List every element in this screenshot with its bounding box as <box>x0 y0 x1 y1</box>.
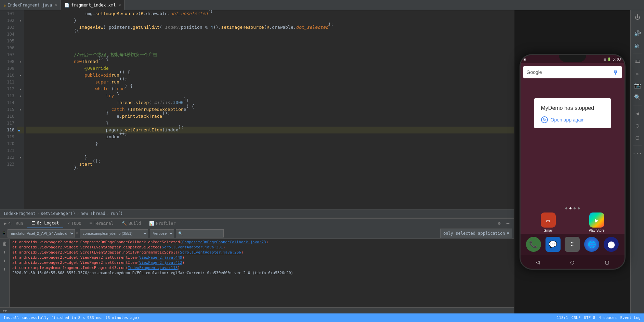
process-select[interactable]: com.example.mydemo (3551) <box>80 229 148 237</box>
zoom-btn[interactable]: 🔍 <box>632 92 643 102</box>
tab-logcat[interactable]: ☰ 6: Logcat <box>27 219 63 228</box>
fold-icon-108[interactable]: ▾ <box>19 59 22 64</box>
fold-icon-122[interactable]: ▾ <box>19 155 22 160</box>
tab-java-close[interactable]: ✕ <box>55 3 57 7</box>
code-line-109: @Override <box>26 65 514 72</box>
code-line-111: super.run(); <box>26 79 514 86</box>
fold-icon-110[interactable]: ▾ <box>19 73 22 78</box>
log-line-6: at com.example.mydemo.fragment.IndexFrag… <box>10 265 514 270</box>
phone-mockup: ▣ ▥ 🔋 5:03 Google 🎙 MyDemo has <box>520 54 626 270</box>
main-content: 101 102 103 104 105 106 107 108 109 110 … <box>0 10 644 313</box>
crash-title: MyDemo has stopped <box>541 105 604 111</box>
volume-up-btn[interactable]: 🔊 <box>632 28 643 38</box>
breadcrumb-item-2[interactable]: setViewPager() <box>41 211 75 216</box>
dot-3 <box>574 207 576 209</box>
power-btn[interactable]: ⏻ <box>632 12 643 22</box>
device-select[interactable]: Emulator Pixel_2_API_24 Android <box>8 229 75 237</box>
tab-build[interactable]: 🔨 Build <box>118 219 145 228</box>
dock-apps[interactable]: ⠿ <box>563 237 582 252</box>
breadcrumb: IndexFragment › setViewPager() › new Thr… <box>0 209 514 218</box>
phone-search-bar[interactable]: Google 🎙 <box>523 66 622 78</box>
gmail-label: Gmail <box>543 229 552 232</box>
breadcrumb-item-4[interactable]: run() <box>110 211 123 216</box>
line-ending: CRLF <box>571 315 581 320</box>
playstore-app[interactable]: ▶ Play Store <box>587 212 606 232</box>
breadcrumb-item-1[interactable]: IndexFragment <box>3 211 36 216</box>
tab-xml-close[interactable]: ✕ <box>119 3 121 7</box>
tab-run[interactable]: ▶ 4: Run <box>0 219 27 228</box>
app-filter-select[interactable]: only selected application ▼ <box>440 229 512 238</box>
open-app-again-btn[interactable]: ↻ Open app again <box>541 116 604 123</box>
toolbar-separator-2 <box>633 53 642 53</box>
edit-btn[interactable]: ✏ <box>632 68 643 78</box>
code-line-101: img.setImageResource(R.drawable.dot_unse… <box>26 10 514 17</box>
fold-icon-113[interactable]: ▾ <box>19 93 22 99</box>
volume-down-btn[interactable]: 🔉 <box>632 40 643 50</box>
code-line-102: } <box>26 17 514 24</box>
logcat-minimize-btn[interactable]: − <box>504 220 511 227</box>
code-content[interactable]: img.setImageResource(R.drawable.dot_unse… <box>24 10 514 209</box>
java-icon: ☕ <box>3 3 6 8</box>
device-icon: 📱 <box>2 231 6 235</box>
code-editor[interactable]: 101 102 103 104 105 106 107 108 109 110 … <box>0 10 514 209</box>
tag-btn[interactable]: 🏷 <box>632 56 643 66</box>
tab-todo[interactable]: ✓ TODO <box>63 219 86 228</box>
app-tabs: ▶ 4: Run ☰ 6: Logcat ✓ TODO ⌨ Terminal 🔨 <box>0 218 514 228</box>
event-log-link[interactable]: Event Log <box>620 315 641 320</box>
phone-sim-icon: ▣ <box>524 57 526 61</box>
dock-chrome[interactable]: 🌐 <box>582 237 601 252</box>
breadcrumb-item-3[interactable]: new Thread <box>81 211 105 216</box>
code-line-104 <box>26 31 514 38</box>
square-btn[interactable]: ▢ <box>632 132 643 142</box>
up-btn[interactable]: ⬆ <box>1 257 9 265</box>
fold-icon-102[interactable]: ▾ <box>19 18 22 23</box>
tab-profiler[interactable]: 📊 Profiler <box>145 219 180 228</box>
terminal-icon: ⌨ <box>90 221 92 226</box>
tab-java-label: IndexFragment.java <box>8 3 52 8</box>
tab-java[interactable]: ☕ IndexFragment.java ✕ <box>0 0 61 10</box>
logcat-toolbar: 📱 Emulator Pixel_2_API_24 Android ▼ com.… <box>0 228 514 239</box>
log-line-5: at androidx.viewpager2.widget.ViewPager2… <box>10 260 514 265</box>
home-btn[interactable]: ○ <box>632 120 643 130</box>
scroll-to-end-btn[interactable]: ⬇ <box>1 248 9 256</box>
back-btn[interactable]: ◀ <box>632 108 643 118</box>
todo-icon: ✓ <box>67 221 70 226</box>
bottom-status-bar: Install successfully finished in 8 s 933… <box>0 313 644 322</box>
battery-icon: 🔋 <box>607 57 611 61</box>
apps-grid-icon: ⠿ <box>565 237 580 252</box>
xml-icon: 📄 <box>64 3 69 8</box>
editor-panel: 101 102 103 104 105 106 107 108 109 110 … <box>0 10 514 313</box>
clear-logcat-btn[interactable]: 🗑 <box>1 240 9 247</box>
page-dots <box>521 206 625 211</box>
logcat-content[interactable]: at androidx.viewpager2.widget.CompositeO… <box>10 239 514 307</box>
phone-notch <box>559 55 586 62</box>
profiler-icon: 📊 <box>149 221 154 226</box>
log-line-4: at androidx.viewpager2.widget.ViewPager2… <box>10 255 514 260</box>
tab-xml[interactable]: 📄 fragment_index.xml ✕ <box>61 0 124 10</box>
signal-icon: ▥ <box>604 57 606 61</box>
more-btn[interactable]: ··· <box>632 148 643 158</box>
screenshot-btn[interactable]: 📷 <box>632 80 643 90</box>
logcat-settings-icon[interactable]: ⚙ <box>496 220 503 227</box>
dock-camera[interactable]: ⬤ <box>602 237 621 252</box>
mic-icon[interactable]: 🎙 <box>613 69 618 76</box>
level-select[interactable]: Verbose Debug Info Warn Error <box>150 229 174 237</box>
tab-terminal[interactable]: ⌨ Terminal <box>86 219 118 228</box>
recents-nav-btn[interactable]: ▢ <box>605 258 609 266</box>
home-nav-btn[interactable]: ○ <box>570 258 574 266</box>
status-message: Install successfully finished in 8 s 933… <box>3 315 139 320</box>
down-btn[interactable]: ⬇ <box>1 266 9 273</box>
bottom-panel: ▶ 4: Run ☰ 6: Logcat ✓ TODO ⌨ Terminal 🔨 <box>0 218 514 313</box>
back-nav-btn[interactable]: ◁ <box>536 258 540 266</box>
gmail-app[interactable]: ✉ Gmail <box>539 212 557 232</box>
logcat-search-input[interactable] <box>176 229 224 237</box>
tab-run-label: 4: Run <box>8 221 23 226</box>
dock-phone[interactable]: 📞 <box>524 237 543 252</box>
dropdown-arrow-device: ▼ <box>76 231 78 235</box>
expand-arrows: ▶▶ <box>3 308 7 313</box>
indent: 4 spaces <box>599 315 617 320</box>
dock-messages[interactable]: 💬 <box>543 237 562 252</box>
fold-icon-112[interactable]: ▾ <box>19 87 22 92</box>
fold-icon-115[interactable]: ▾ <box>19 107 22 112</box>
gmail-icon: ✉ <box>541 212 556 228</box>
